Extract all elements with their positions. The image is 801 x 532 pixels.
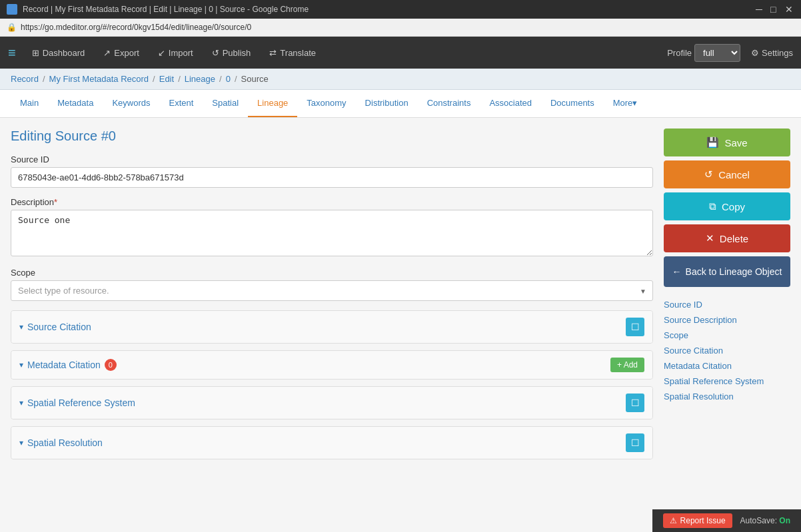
scope-select-wrapper: Select type of resource.	[11, 280, 653, 301]
sidebar-nav-spatial-resolution[interactable]: Spatial Resolution	[664, 390, 790, 403]
settings-item[interactable]: ⚙ Settings	[751, 48, 793, 58]
save-label: Save	[724, 137, 747, 148]
scope-label: Scope	[11, 268, 653, 278]
metadata-citation-badge: 0	[105, 359, 117, 371]
spatial-reference-panel: ▾ Spatial Reference System ☐	[11, 386, 653, 419]
copy-button[interactable]: ⧉ Copy	[664, 192, 790, 220]
spatial-resolution-header[interactable]: ▾ Spatial Resolution ☐	[11, 427, 652, 459]
publish-icon: ↺	[212, 48, 219, 58]
required-marker: *	[54, 197, 57, 207]
tab-main[interactable]: Main	[11, 90, 48, 117]
page-title: Editing Source #0	[11, 129, 653, 144]
nav-logo[interactable]: ≡	[8, 45, 16, 61]
copy-icon: ⧉	[709, 200, 716, 212]
sidebar-nav-source-id[interactable]: Source ID	[664, 298, 790, 312]
description-label: Description*	[11, 197, 653, 207]
export-icon: ↗	[103, 48, 111, 58]
url-text[interactable]: https://go.mdeditor.org/#/record/0kgv15d…	[21, 23, 251, 32]
sidebar-nav-spatial-reference[interactable]: Spatial Reference System	[664, 374, 790, 388]
delete-icon: ✕	[706, 232, 714, 244]
metadata-citation-panel: ▾ Metadata Citation 0 + Add	[11, 350, 653, 380]
breadcrumb-index[interactable]: 0	[226, 74, 231, 84]
breadcrumb-source: Source	[241, 74, 269, 84]
tab-nav: Main Metadata Keywords Extent Spatial Li…	[0, 90, 801, 118]
title-bar: Record | My First Metadata Record | Edit…	[0, 0, 801, 19]
gear-icon: ⚙	[751, 48, 759, 58]
nav-translate[interactable]: ⇄ Translate	[261, 43, 324, 63]
spatial-resolution-actions: ☐	[626, 433, 644, 452]
nav-export-label: Export	[114, 48, 139, 58]
spatial-reference-title: Spatial Reference System	[27, 398, 135, 408]
breadcrumb-lineage[interactable]: Lineage	[185, 74, 215, 84]
spatial-resolution-object-button[interactable]: ☐	[626, 433, 644, 452]
metadata-citation-actions: + Add	[610, 358, 644, 372]
window-title: Record | My First Metadata Record | Edit…	[23, 5, 750, 14]
delete-button[interactable]: ✕ Delete	[664, 224, 790, 252]
nav-publish[interactable]: ↺ Publish	[204, 43, 259, 63]
nav-translate-label: Translate	[280, 48, 316, 58]
nav-import[interactable]: ↙ Import	[150, 43, 201, 63]
window-controls: ─ □ ✕	[756, 5, 794, 14]
nav-import-label: Import	[169, 48, 193, 58]
close-button[interactable]: ✕	[785, 5, 794, 14]
nav-publish-label: Publish	[223, 48, 251, 58]
breadcrumb-record-name[interactable]: My First Metadata Record	[49, 74, 149, 84]
sidebar-nav-source-citation[interactable]: Source Citation	[664, 344, 790, 358]
spatial-reference-header[interactable]: ▾ Spatial Reference System ☐	[11, 387, 652, 419]
sidebar-nav-metadata-citation[interactable]: Metadata Citation	[664, 359, 790, 373]
description-textarea[interactable]: Source one	[11, 210, 653, 256]
metadata-citation-header[interactable]: ▾ Metadata Citation 0 + Add	[11, 351, 652, 379]
content-area: Editing Source #0 Source ID Description*…	[11, 129, 653, 466]
spatial-reference-object-button[interactable]: ☐	[626, 394, 644, 412]
breadcrumb-edit[interactable]: Edit	[159, 74, 174, 84]
profile-label: Profile	[667, 48, 692, 58]
spatial-reference-toggle-icon: ▾	[19, 398, 23, 407]
back-arrow-icon: ←	[672, 266, 682, 278]
source-citation-toggle-icon: ▾	[19, 322, 23, 332]
source-citation-header[interactable]: ▾ Source Citation ☐	[11, 311, 652, 343]
import-icon: ↙	[158, 48, 165, 58]
nav-dashboard-label: Dashboard	[43, 48, 85, 58]
spatial-resolution-panel: ▾ Spatial Resolution ☐	[11, 426, 653, 459]
lock-icon: 🔒	[7, 23, 17, 32]
tab-more[interactable]: More▾	[604, 90, 647, 117]
delete-label: Delete	[720, 233, 748, 244]
back-label: Back to Lineage Object	[686, 266, 782, 278]
tab-taxonomy[interactable]: Taxonomy	[297, 90, 355, 117]
sidebar-nav-source-description[interactable]: Source Description	[664, 313, 790, 327]
cancel-button[interactable]: ↺ Cancel	[664, 160, 790, 188]
save-icon: 💾	[706, 136, 719, 148]
save-button[interactable]: 💾 Save	[664, 129, 790, 156]
minimize-button[interactable]: ─	[756, 5, 765, 14]
sidebar-nav-scope[interactable]: Scope	[664, 328, 790, 342]
maximize-button[interactable]: □	[770, 5, 780, 14]
scope-select[interactable]: Select type of resource.	[11, 280, 653, 301]
metadata-citation-toggle-icon: ▾	[19, 360, 23, 370]
tab-spatial[interactable]: Spatial	[203, 90, 248, 117]
metadata-citation-add-button[interactable]: + Add	[610, 358, 644, 372]
tab-extent[interactable]: Extent	[159, 90, 203, 117]
tab-constraints[interactable]: Constraints	[418, 90, 480, 117]
tab-distribution[interactable]: Distribution	[356, 90, 418, 117]
back-to-lineage-button[interactable]: ← Back to Lineage Object	[664, 256, 790, 287]
spatial-resolution-toggle-icon: ▾	[19, 438, 23, 447]
spatial-reference-actions: ☐	[626, 394, 644, 412]
tab-documents[interactable]: Documents	[541, 90, 604, 117]
tab-keywords[interactable]: Keywords	[103, 90, 159, 117]
source-citation-object-button[interactable]: ☐	[626, 318, 644, 336]
tab-lineage[interactable]: Lineage	[248, 90, 297, 117]
navbar: ≡ ⊞ Dashboard ↗ Export ↙ Import ↺ Publis…	[0, 37, 801, 69]
spatial-resolution-title: Spatial Resolution	[27, 437, 103, 448]
nav-dashboard[interactable]: ⊞ Dashboard	[24, 43, 93, 63]
source-id-group: Source ID	[11, 154, 653, 188]
source-citation-panel: ▾ Source Citation ☐	[11, 310, 653, 344]
tab-associated[interactable]: Associated	[480, 90, 541, 117]
tab-metadata[interactable]: Metadata	[48, 90, 103, 117]
sidebar: 💾 Save ↺ Cancel ⧉ Copy ✕ Delete ← Back t…	[664, 129, 790, 403]
browser-icon	[7, 4, 17, 15]
nav-export[interactable]: ↗ Export	[95, 43, 147, 63]
copy-label: Copy	[722, 201, 745, 212]
source-id-input[interactable]	[11, 167, 653, 188]
breadcrumb-record[interactable]: Record	[11, 74, 39, 84]
profile-select[interactable]: full basic	[694, 44, 740, 62]
